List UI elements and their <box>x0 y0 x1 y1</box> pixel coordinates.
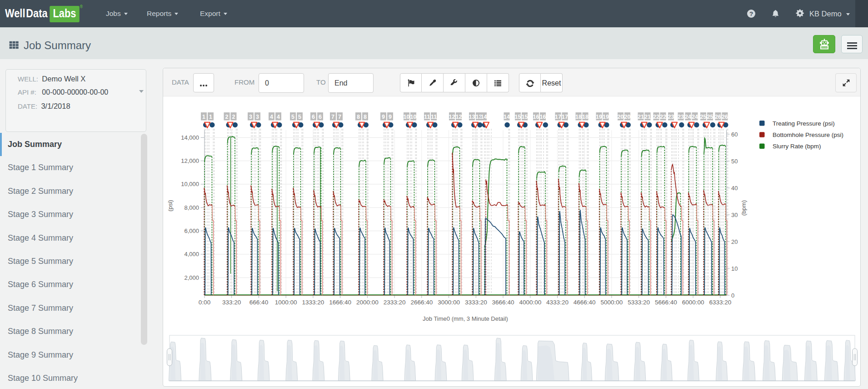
svg-text:5666:40: 5666:40 <box>655 299 677 306</box>
svg-text:3000:00: 3000:00 <box>438 299 460 306</box>
svg-text:0: 0 <box>731 292 734 299</box>
svg-text:2000:00: 2000:00 <box>356 299 379 306</box>
svg-text:22: 22 <box>653 114 659 120</box>
svg-text:2: 2 <box>232 114 235 120</box>
svg-text:10,000: 10,000 <box>181 181 199 187</box>
svg-text:11: 11 <box>424 114 430 120</box>
svg-text:9: 9 <box>389 114 392 120</box>
svg-text:13: 13 <box>469 114 475 120</box>
svg-text:14: 14 <box>504 114 510 120</box>
svg-text:1000:00: 1000:00 <box>275 299 297 306</box>
svg-text:24: 24 <box>685 114 691 120</box>
svg-text:333:20: 333:20 <box>222 299 241 306</box>
svg-text:4: 4 <box>270 114 273 120</box>
svg-text:40: 40 <box>731 185 738 192</box>
svg-text:1: 1 <box>202 114 205 120</box>
svg-text:6,000: 6,000 <box>184 227 199 234</box>
svg-text:50: 50 <box>731 158 738 165</box>
svg-text:4: 4 <box>277 114 280 120</box>
svg-text:2666:40: 2666:40 <box>410 299 433 306</box>
svg-text:20: 20 <box>731 238 738 245</box>
svg-text:Job Time0 (mm, 3 Minute Detail: Job Time0 (mm, 3 Minute Detail) <box>423 315 508 322</box>
svg-text:0:00: 0:00 <box>199 299 210 306</box>
svg-text:23: 23 <box>668 114 674 120</box>
svg-text:17: 17 <box>555 114 561 120</box>
svg-text:5333:20: 5333:20 <box>628 299 650 306</box>
svg-text:(bpm): (bpm) <box>740 200 747 216</box>
svg-text:20: 20 <box>618 114 624 120</box>
svg-text:3: 3 <box>256 114 259 120</box>
svg-text:1: 1 <box>209 114 212 120</box>
svg-text:2333:20: 2333:20 <box>384 299 406 306</box>
svg-text:6: 6 <box>319 114 322 120</box>
svg-text:15: 15 <box>522 114 528 120</box>
svg-text:2,000: 2,000 <box>184 274 199 281</box>
svg-text:60: 60 <box>731 131 738 138</box>
svg-text:Slurry Rate (bpm): Slurry Rate (bpm) <box>773 143 821 150</box>
svg-text:6333:20: 6333:20 <box>709 299 731 306</box>
svg-text:18: 18 <box>582 114 589 120</box>
svg-text:12,000: 12,000 <box>181 157 199 164</box>
svg-text:10: 10 <box>410 114 417 120</box>
svg-text:9: 9 <box>382 114 385 120</box>
svg-text:14: 14 <box>481 114 487 120</box>
svg-text:12: 12 <box>449 114 455 120</box>
svg-text:7: 7 <box>331 114 334 120</box>
svg-text:12: 12 <box>456 114 462 120</box>
svg-text:8: 8 <box>364 114 367 120</box>
svg-text:6000:00: 6000:00 <box>682 299 704 306</box>
svg-text:1333:20: 1333:20 <box>302 299 324 306</box>
svg-text:4,000: 4,000 <box>184 251 199 258</box>
svg-text:30: 30 <box>731 212 738 218</box>
svg-text:14,000: 14,000 <box>181 134 199 141</box>
svg-text:17: 17 <box>562 114 568 120</box>
svg-text:16: 16 <box>533 114 539 120</box>
svg-text:25: 25 <box>707 114 713 120</box>
svg-text:16: 16 <box>540 114 546 120</box>
svg-text:5: 5 <box>291 114 294 120</box>
svg-text:5: 5 <box>298 114 301 120</box>
svg-text:10: 10 <box>404 114 410 120</box>
svg-text:26: 26 <box>722 114 728 120</box>
svg-text:Bottomhole Pressure (psi): Bottomhole Pressure (psi) <box>773 131 843 138</box>
svg-text:8: 8 <box>357 114 360 120</box>
svg-text:(psi): (psi) <box>167 200 174 211</box>
svg-text:19: 19 <box>596 114 602 120</box>
svg-text:23: 23 <box>678 114 684 120</box>
svg-text:19: 19 <box>603 114 609 120</box>
svg-text:22: 22 <box>660 114 666 120</box>
svg-text:?: ? <box>749 10 753 17</box>
svg-text:21: 21 <box>644 114 651 120</box>
svg-text:8,000: 8,000 <box>184 204 199 211</box>
svg-text:4333:20: 4333:20 <box>546 299 569 306</box>
svg-text:15: 15 <box>515 114 521 120</box>
svg-text:11: 11 <box>431 114 437 120</box>
svg-text:10: 10 <box>731 265 738 272</box>
svg-text:4666:40: 4666:40 <box>574 299 596 306</box>
svg-text:5000:00: 5000:00 <box>600 299 623 306</box>
svg-text:26: 26 <box>715 114 721 120</box>
svg-text:21: 21 <box>638 114 644 120</box>
svg-text:3333:20: 3333:20 <box>465 299 487 306</box>
svg-text:4000:00: 4000:00 <box>519 299 541 306</box>
svg-text:1666:40: 1666:40 <box>329 299 351 306</box>
svg-text:20: 20 <box>624 114 631 120</box>
svg-text:18: 18 <box>575 114 582 120</box>
svg-text:25: 25 <box>700 114 707 120</box>
svg-text:Treating Pressure (psi): Treating Pressure (psi) <box>773 120 835 127</box>
svg-text:6: 6 <box>312 114 315 120</box>
svg-text:2: 2 <box>225 114 229 120</box>
svg-text:3: 3 <box>249 114 252 120</box>
svg-text:7: 7 <box>338 114 341 120</box>
svg-text:3666:40: 3666:40 <box>492 299 514 306</box>
svg-text:666:40: 666:40 <box>249 299 268 306</box>
svg-text:24: 24 <box>692 114 698 120</box>
